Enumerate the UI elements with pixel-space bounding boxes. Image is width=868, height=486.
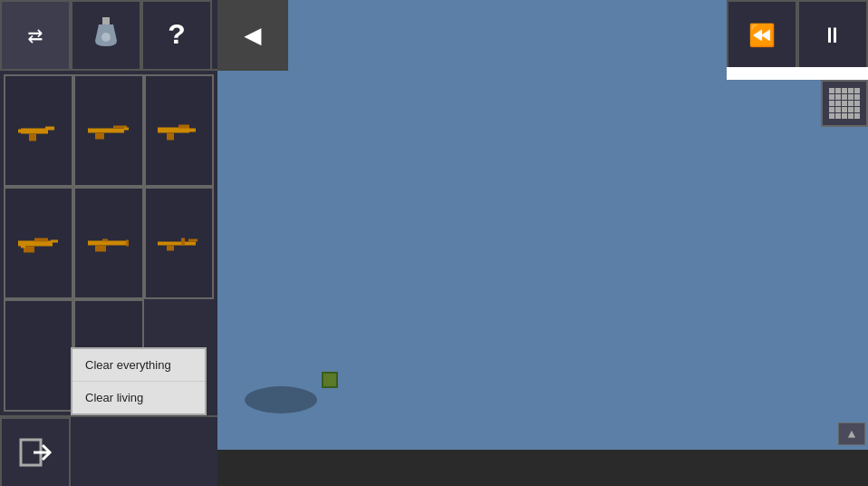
- back-icon: ◀: [244, 17, 261, 53]
- svg-rect-16: [34, 238, 48, 242]
- item-cell-3[interactable]: [144, 74, 214, 187]
- potion-icon: [92, 15, 121, 55]
- svg-rect-8: [95, 133, 104, 140]
- shotgun-icon: [86, 229, 131, 257]
- svg-rect-21: [95, 246, 106, 252]
- clear-living-button[interactable]: Clear living: [72, 382, 205, 413]
- rewind-button[interactable]: ⏪: [727, 0, 797, 71]
- item-cell-2[interactable]: [73, 74, 143, 187]
- item-cell-6[interactable]: [144, 187, 214, 299]
- svg-rect-20: [126, 240, 129, 247]
- smg-icon: [156, 117, 201, 144]
- top-right-controls: ⏪ ⏸: [727, 0, 868, 80]
- game-object-2: ▲: [838, 423, 865, 445]
- item-cell-7[interactable]: [4, 299, 73, 412]
- switch-button[interactable]: ⇄: [0, 0, 71, 71]
- sniper-icon: [156, 229, 201, 257]
- item-cell-5[interactable]: [73, 187, 143, 299]
- game-shadow: [245, 386, 317, 413]
- grid-toggle-button[interactable]: [821, 80, 868, 127]
- svg-rect-23: [158, 242, 196, 246]
- tool2-button[interactable]: [71, 0, 141, 71]
- switch-icon: ⇄: [28, 20, 43, 51]
- item-cell-1[interactable]: [4, 74, 73, 187]
- grid-icon: [829, 88, 860, 119]
- svg-rect-11: [167, 133, 174, 141]
- svg-rect-18: [21, 245, 25, 248]
- svg-point-1: [101, 33, 111, 42]
- pistol-icon: [16, 117, 62, 144]
- item-cell-4[interactable]: [4, 187, 73, 299]
- game-object: [322, 372, 338, 388]
- help-icon: ?: [168, 19, 185, 53]
- svg-rect-22: [102, 239, 108, 242]
- svg-rect-4: [29, 134, 36, 141]
- svg-rect-25: [167, 246, 174, 251]
- svg-rect-0: [102, 17, 110, 24]
- pause-icon: ⏸: [822, 23, 844, 49]
- sidebar-bottom: Clear everything Clear living: [0, 415, 217, 486]
- bottom-bar: ▲: [217, 450, 868, 486]
- rifle-icon: [86, 117, 131, 144]
- context-menu: Clear everything Clear living: [71, 347, 207, 415]
- svg-rect-24: [188, 239, 198, 242]
- svg-rect-26: [181, 238, 185, 246]
- svg-rect-5: [18, 130, 24, 133]
- exit-button[interactable]: [0, 417, 71, 486]
- svg-rect-2: [21, 129, 48, 134]
- exit-icon: [17, 434, 53, 471]
- lmg-icon: [16, 229, 62, 257]
- sidebar: ⇄ ?: [0, 0, 217, 486]
- svg-rect-13: [188, 129, 196, 132]
- playback-controls: ⏪ ⏸: [727, 0, 868, 71]
- rewind-icon: ⏪: [748, 23, 776, 49]
- svg-rect-6: [88, 129, 124, 133]
- clear-everything-button[interactable]: Clear everything: [72, 349, 205, 382]
- progress-bar-container: [727, 67, 868, 80]
- top-toolbar: ⇄ ?: [0, 0, 217, 71]
- svg-rect-17: [51, 240, 58, 243]
- pause-button[interactable]: ⏸: [797, 0, 868, 71]
- svg-rect-12: [178, 125, 189, 129]
- progress-bar: [727, 67, 868, 80]
- help-button[interactable]: ?: [141, 0, 212, 71]
- back-button[interactable]: ◀: [217, 0, 288, 71]
- svg-rect-3: [45, 127, 54, 131]
- svg-rect-9: [124, 128, 129, 131]
